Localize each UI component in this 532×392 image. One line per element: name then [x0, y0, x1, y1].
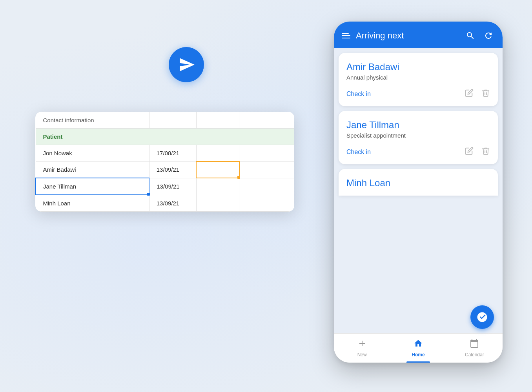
phone-title: Arriving next — [356, 31, 459, 41]
refresh-icon[interactable] — [482, 29, 495, 42]
card-icons-jane — [465, 147, 490, 157]
edit-icon-jane[interactable] — [465, 147, 474, 157]
delete-icon-jane[interactable] — [481, 147, 490, 157]
patient-header-row: Patient — [36, 129, 294, 145]
row-date: 13/09/21 — [149, 178, 196, 195]
row-col3[interactable] — [196, 162, 239, 178]
card-icons-amir — [465, 89, 490, 99]
bottom-navigation: New Home Calendar — [334, 333, 503, 363]
row-name[interactable]: Jane Tillman — [36, 178, 149, 195]
row-date: 13/09/21 — [149, 195, 196, 212]
patient-name-amir: Amir Badawi — [346, 62, 490, 73]
row-col3 — [196, 195, 239, 212]
nav-item-new[interactable]: New — [334, 339, 390, 358]
nav-item-calendar[interactable]: Calendar — [446, 339, 503, 358]
phone-header: Arriving next — [334, 22, 503, 48]
patient-name-minh: Minh Loan — [346, 178, 490, 189]
card-actions-jane: Check in — [346, 147, 490, 157]
patient-card-jane: Jane Tillman Specialist appointment Chec… — [339, 111, 498, 164]
edit-icon-amir[interactable] — [465, 89, 474, 99]
patient-header-label: Patient — [36, 129, 294, 145]
patient-appointment-jane: Specialist appointment — [346, 132, 490, 139]
home-icon — [414, 339, 423, 350]
table-row: Jane Tillman 13/09/21 — [36, 178, 294, 195]
table-row: Amir Badawi 13/09/21 — [36, 162, 294, 178]
phone-frame: Arriving next Amir Badawi Annual physica… — [334, 22, 503, 363]
delete-icon-amir[interactable] — [481, 89, 490, 99]
header-col1: Contact information — [36, 112, 149, 129]
spreadsheet-header-row: Contact information — [36, 112, 294, 129]
table-row: Jon Nowak 17/08/21 — [36, 145, 294, 162]
check-in-button-jane[interactable]: Check in — [346, 149, 371, 156]
fab-checkin-button[interactable] — [470, 305, 494, 329]
calendar-icon — [470, 339, 479, 350]
row-name: Minh Loan — [36, 195, 149, 212]
row-date: 17/08/21 — [149, 145, 196, 162]
nav-active-indicator — [406, 361, 430, 363]
nav-label-home: Home — [412, 352, 425, 358]
search-icon[interactable] — [464, 29, 477, 42]
nav-label-calendar: Calendar — [465, 352, 484, 358]
row-name: Amir Badawi — [36, 162, 149, 178]
card-actions-amir: Check in — [346, 89, 490, 99]
nav-label-new: New — [357, 352, 367, 358]
send-app-icon — [169, 47, 204, 82]
row-col4 — [239, 178, 294, 195]
patient-card-minh: Minh Loan — [339, 169, 498, 196]
row-name: Jon Nowak — [36, 145, 149, 162]
nav-item-home[interactable]: Home — [390, 339, 446, 358]
header-col3 — [196, 112, 239, 129]
spreadsheet-panel: Contact information Patient Jon Nowak 17… — [35, 112, 294, 212]
patient-appointment-amir: Annual physical — [346, 74, 490, 81]
patient-name-jane: Jane Tillman — [346, 120, 490, 131]
row-col4 — [239, 162, 294, 178]
check-in-button-amir[interactable]: Check in — [346, 91, 371, 98]
header-col4 — [239, 112, 294, 129]
patient-card-amir: Amir Badawi Annual physical Check in — [339, 53, 498, 106]
row-col3 — [196, 145, 239, 162]
plus-icon — [357, 339, 367, 350]
row-col4 — [239, 145, 294, 162]
phone-content: Amir Badawi Annual physical Check in — [334, 48, 503, 333]
row-col4 — [239, 195, 294, 212]
table-row: Minh Loan 13/09/21 — [36, 195, 294, 212]
row-col3 — [196, 178, 239, 195]
header-col2 — [149, 112, 196, 129]
row-date: 13/09/21 — [149, 162, 196, 178]
hamburger-menu-icon[interactable] — [342, 33, 350, 38]
